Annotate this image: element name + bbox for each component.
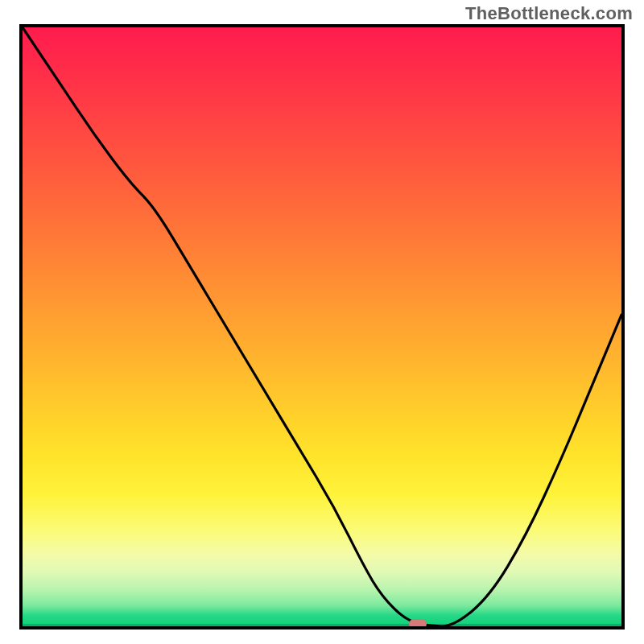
bottleneck-curve xyxy=(23,27,621,626)
plot-frame xyxy=(19,24,625,630)
branding-label[interactable]: TheBottleneck.com xyxy=(465,3,633,24)
curve-path xyxy=(23,27,621,626)
chart-container: TheBottleneck.com xyxy=(0,0,644,644)
optimum-marker xyxy=(409,619,427,629)
